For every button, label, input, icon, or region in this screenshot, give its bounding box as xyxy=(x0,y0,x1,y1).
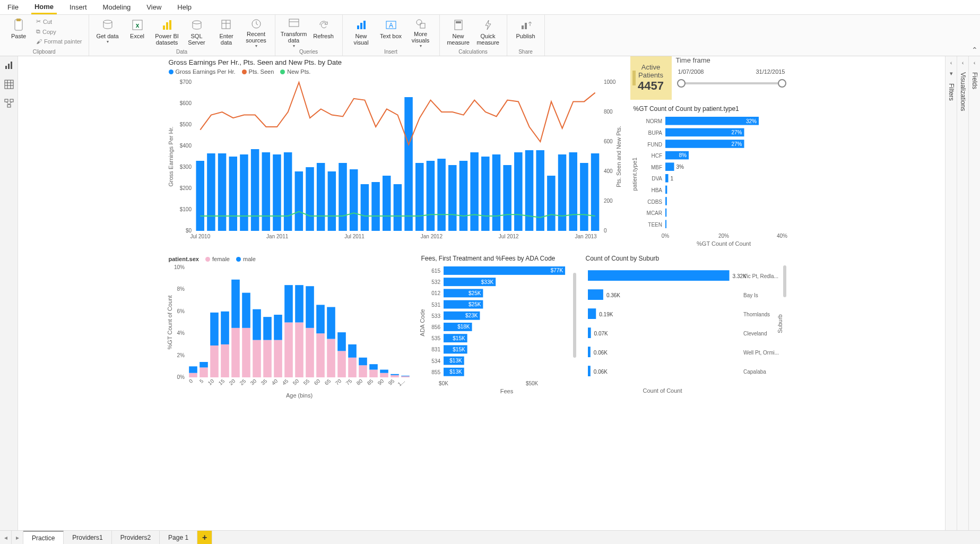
svg-text:10%: 10% xyxy=(174,264,184,270)
excel-button[interactable]: xExcel xyxy=(123,17,152,48)
svg-rect-86 xyxy=(558,154,566,231)
svg-rect-186 xyxy=(369,370,378,377)
svg-text:$500: $500 xyxy=(179,122,192,127)
svg-text:532: 532 xyxy=(431,279,440,285)
paste-icon xyxy=(12,18,25,32)
quick-measure-button[interactable]: Quick measure xyxy=(474,17,502,48)
svg-text:$77K: $77K xyxy=(550,267,563,273)
add-page-button[interactable]: + xyxy=(197,531,212,544)
transform-data-button[interactable]: Transform data▾ xyxy=(280,17,308,48)
svg-rect-56 xyxy=(229,157,237,231)
svg-text:10: 10 xyxy=(206,378,215,386)
svg-text:Jul 2010: Jul 2010 xyxy=(190,234,210,239)
svg-rect-7 xyxy=(169,20,171,30)
scrollbar[interactable] xyxy=(573,273,576,358)
format-painter-button[interactable]: 🖌Format painter xyxy=(34,37,84,46)
svg-text:$700: $700 xyxy=(179,79,192,85)
refresh-button[interactable]: Refresh xyxy=(309,17,338,48)
ribbon-collapse-chevron-icon[interactable]: ⌃ xyxy=(972,46,978,54)
text-box-button[interactable]: AText box xyxy=(377,17,405,48)
svg-rect-111 xyxy=(665,162,674,171)
slicer-handle-start[interactable] xyxy=(677,79,686,88)
svg-rect-16 xyxy=(360,23,362,29)
copy-button[interactable]: ⧉Copy xyxy=(34,27,84,36)
svg-rect-27 xyxy=(8,64,10,69)
data-view-button[interactable] xyxy=(3,79,15,90)
svg-text:$50K: $50K xyxy=(525,381,538,386)
fields-pane[interactable]: ‹ Fields xyxy=(968,56,980,530)
publish-button[interactable]: Publish xyxy=(511,17,540,48)
menu-modeling[interactable]: Modeling xyxy=(100,1,134,13)
svg-rect-36 xyxy=(7,105,11,107)
calculator-icon xyxy=(452,18,465,32)
svg-rect-84 xyxy=(536,150,544,231)
svg-rect-157 xyxy=(263,317,272,340)
svg-text:0: 0 xyxy=(604,228,607,234)
timeframe-slicer[interactable]: Time frame 1/07/2008 31/12/2015 xyxy=(676,56,787,100)
ribbon-label-insert: Insert xyxy=(347,48,435,55)
svg-text:Cleveland: Cleveland xyxy=(743,331,767,336)
ribbon-label-queries: Queries xyxy=(280,48,338,55)
tab-practice[interactable]: Practice xyxy=(23,531,64,544)
svg-text:Fees: Fees xyxy=(500,388,513,394)
slicer-track[interactable] xyxy=(681,82,782,84)
suburb-chart-visual[interactable]: Count of Count by Suburb 3.32KVic Pt, Re… xyxy=(583,253,787,401)
svg-text:800: 800 xyxy=(604,109,613,115)
svg-text:831: 831 xyxy=(431,347,440,352)
active-patients-card[interactable]: Active Patients 4457 xyxy=(630,56,672,100)
menu-insert[interactable]: Insert xyxy=(66,1,90,13)
dot-icon xyxy=(280,70,285,74)
slicer-handle-end[interactable] xyxy=(778,79,786,88)
menu-file[interactable]: File xyxy=(4,1,22,13)
visualizations-pane[interactable]: ‹ Visualizations xyxy=(957,56,968,530)
sql-server-button[interactable]: SQL Server xyxy=(183,17,211,48)
svg-rect-192 xyxy=(391,375,399,377)
page-prev-button[interactable]: ◂ xyxy=(0,531,12,544)
get-data-button[interactable]: Get data▾ xyxy=(93,17,122,48)
table-pen-icon xyxy=(220,18,233,32)
svg-text:85: 85 xyxy=(366,378,374,386)
new-measure-button[interactable]: New measure xyxy=(444,17,473,48)
svg-text:70: 70 xyxy=(334,378,342,386)
pbi-datasets-button[interactable]: Power BI datasets xyxy=(153,17,181,48)
combo-legend: Gross Earnings Per Hr. Pts. Seen New Pts… xyxy=(166,68,627,77)
dot-icon xyxy=(169,70,174,74)
menu-home[interactable]: Home xyxy=(31,1,57,14)
svg-text:0.06K: 0.06K xyxy=(593,369,607,375)
svg-rect-55 xyxy=(218,153,226,231)
svg-rect-77 xyxy=(459,161,467,231)
svg-text:$100: $100 xyxy=(179,206,192,212)
cut-button[interactable]: ✂Cut xyxy=(34,17,84,26)
page-next-button[interactable]: ▸ xyxy=(12,531,23,544)
tab-providers2[interactable]: Providers2 xyxy=(112,531,160,544)
menu-view[interactable]: View xyxy=(143,1,164,13)
svg-point-20 xyxy=(417,20,422,25)
svg-rect-119 xyxy=(665,197,667,205)
svg-text:80: 80 xyxy=(355,378,363,386)
scrollbar[interactable] xyxy=(783,265,786,297)
model-view-button[interactable] xyxy=(3,98,15,109)
patient-type-chart-visual[interactable]: %GT Count of Count by patient.type1 NORM… xyxy=(630,103,787,247)
ada-chart-visual[interactable]: Fees, First Treatment and %Fees by ADA C… xyxy=(418,253,577,401)
tab-page1[interactable]: Page 1 xyxy=(160,531,197,544)
report-view-button[interactable] xyxy=(3,59,15,71)
svg-rect-237 xyxy=(588,289,603,300)
report-canvas[interactable]: Gross Earnings Per Hr., Pts. Seen and Ne… xyxy=(163,56,800,530)
svg-text:MCAR: MCAR xyxy=(646,210,662,216)
svg-text:400: 400 xyxy=(604,168,613,174)
menu-help[interactable]: Help xyxy=(174,1,195,13)
svg-rect-150 xyxy=(242,328,250,377)
age-sex-chart-visual[interactable]: patient.sex female male 0%2%4%6%8%10%051… xyxy=(166,253,415,401)
svg-rect-69 xyxy=(371,182,380,231)
more-visuals-button[interactable]: More visuals▾ xyxy=(406,17,435,48)
tab-providers1[interactable]: Providers1 xyxy=(64,531,111,544)
filters-pane[interactable]: ‹ ▾ Filters xyxy=(945,56,957,530)
combo-chart-visual[interactable]: Gross Earnings Per Hr., Pts. Seen and Ne… xyxy=(166,56,627,247)
svg-rect-28 xyxy=(11,62,12,69)
enter-data-button[interactable]: Enter data xyxy=(212,17,241,48)
svg-text:$18K: $18K xyxy=(457,324,470,330)
recent-sources-button[interactable]: Recent sources▾ xyxy=(242,17,271,48)
svg-text:012: 012 xyxy=(431,290,440,296)
paste-button[interactable]: Paste xyxy=(4,17,33,48)
new-visual-button[interactable]: New visual xyxy=(347,17,376,48)
